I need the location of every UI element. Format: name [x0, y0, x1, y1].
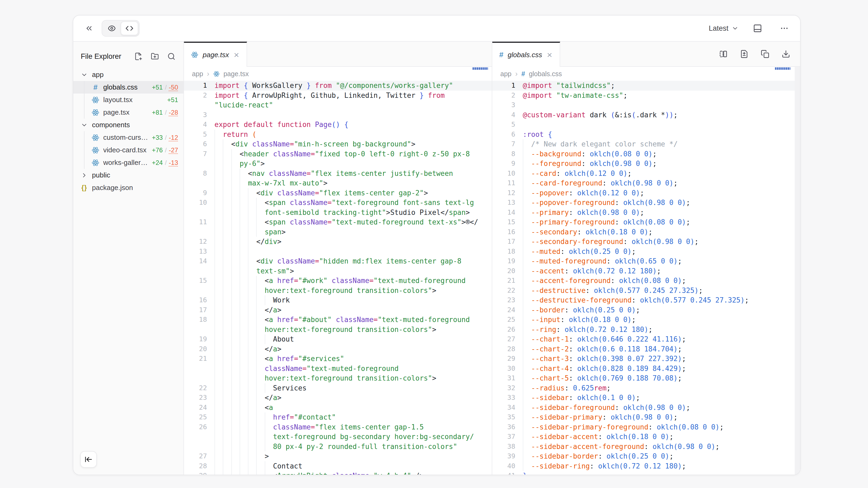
- download-button[interactable]: [781, 50, 790, 59]
- code-line[interactable]: 19--muted-foreground: oklch(0.65 0 0);: [492, 256, 800, 266]
- file-row-custom-curs-[interactable]: custom-curs…+33/-12: [73, 131, 183, 144]
- code-line[interactable]: font-semibold tracking-tight">Studio Pix…: [184, 208, 492, 218]
- code-line[interactable]: 25--input: oklch(0.18 0 0);: [492, 315, 800, 325]
- code-line[interactable]: 6:root {: [492, 130, 800, 139]
- code-line[interactable]: className="text-muted-foreground: [184, 364, 492, 373]
- code-line[interactable]: 11<span className="text-muted-foreground…: [184, 217, 492, 227]
- code-line[interactable]: 20</a>: [184, 344, 492, 354]
- preview-toggle-button[interactable]: [103, 21, 121, 35]
- code-line[interactable]: 7/* New dark elegant color scheme */: [492, 139, 800, 149]
- code-line[interactable]: 32--radius: 0.625rem;: [492, 383, 800, 393]
- new-file-button[interactable]: [134, 52, 143, 61]
- code-line[interactable]: 4export default function Page() {: [184, 120, 492, 130]
- code-line[interactable]: 26className="flex items-center gap-1.5: [184, 422, 492, 432]
- code-line[interactable]: 1@import "tailwindcss";: [492, 81, 800, 91]
- code-line[interactable]: hover:text-foreground transition-colors"…: [184, 373, 492, 383]
- code-line[interactable]: 41}: [492, 471, 800, 475]
- close-tab-button[interactable]: ×: [233, 50, 240, 59]
- code-line[interactable]: 28Contact: [184, 461, 492, 471]
- breadcrumb-file[interactable]: page.tsx: [223, 70, 249, 78]
- code-line[interactable]: 13--popover-foreground: oklch(0.98 0 0);: [492, 198, 800, 208]
- code-line[interactable]: 18<a href="#about" className="text-muted…: [184, 315, 492, 325]
- tab-page-tsx[interactable]: page.tsx ×: [184, 42, 247, 67]
- code-line[interactable]: 3: [492, 100, 800, 110]
- code-line[interactable]: 24--border: oklch(0.25 0 0);: [492, 305, 800, 315]
- code-line[interactable]: max-w-7xl mx-auto">: [184, 178, 492, 188]
- more-options-button[interactable]: [777, 21, 792, 36]
- code-line[interactable]: 36--sidebar-primary-foreground: oklch(0.…: [492, 422, 800, 432]
- code-line[interactable]: 29--chart-3: oklch(0.398 0.07 227.392);: [492, 354, 800, 364]
- code-line[interactable]: 12--popover: oklch(0.12 0 0);: [492, 188, 800, 198]
- code-line[interactable]: 14<div className="hidden md:flex items-c…: [184, 256, 492, 266]
- code-line[interactable]: 39--sidebar-border: oklch(0.25 0 0);: [492, 451, 800, 461]
- code-line[interactable]: 35--sidebar-primary: oklch(0.98 0 0);: [492, 412, 800, 422]
- code-line[interactable]: 8<nav className="flex items-center justi…: [184, 169, 492, 178]
- folder-row-components[interactable]: components: [73, 119, 183, 131]
- version-picker[interactable]: Latest: [709, 24, 739, 33]
- code-line[interactable]: 5: [492, 120, 800, 130]
- breadcrumb-root[interactable]: app: [500, 70, 512, 78]
- tab-globals-css[interactable]: # globals.css ×: [492, 42, 560, 67]
- breadcrumb-file[interactable]: globals.css: [529, 70, 562, 78]
- file-diff-button[interactable]: [740, 50, 749, 59]
- breadcrumb-root[interactable]: app: [192, 70, 203, 78]
- code-line[interactable]: 15--primary-foreground: oklch(0.08 0 0);: [492, 217, 800, 227]
- code-line[interactable]: 80 px-4 py-2 rounded-full transition-col…: [184, 442, 492, 452]
- code-line[interactable]: 6<div className="min-h-screen bg-backgro…: [184, 139, 492, 149]
- file-row-globals.css[interactable]: #globals.css+51/-50: [73, 81, 183, 94]
- code-line[interactable]: 37--sidebar-accent: oklch(0.18 0 0);: [492, 432, 800, 442]
- code-line[interactable]: 27--chart-1: oklch(0.646 0.222 41.116);: [492, 334, 800, 344]
- code-line[interactable]: 9<div className="flex items-center gap-2…: [184, 188, 492, 198]
- code-line[interactable]: 21--accent-foreground: oklch(0.08 0 0);: [492, 276, 800, 286]
- code-line[interactable]: 38--sidebar-accent-foreground: oklch(0.9…: [492, 442, 800, 452]
- code-line[interactable]: 8--background: oklch(0.08 0 0);: [492, 149, 800, 159]
- code-line[interactable]: 14--primary: oklch(0.98 0 0);: [492, 208, 800, 218]
- code-line[interactable]: 24<a: [184, 403, 492, 413]
- code-line[interactable]: 13: [184, 247, 492, 257]
- code-line[interactable]: span>: [184, 227, 492, 237]
- code-line[interactable]: 25href="#contact": [184, 412, 492, 422]
- code-line[interactable]: 17--secondary-foreground: oklch(0.98 0 0…: [492, 237, 800, 247]
- code-line[interactable]: text-foreground bg-secondary hover:bg-se…: [184, 432, 492, 442]
- close-tab-button[interactable]: ×: [546, 50, 553, 59]
- new-folder-button[interactable]: [150, 52, 159, 61]
- code-line[interactable]: 5return (: [184, 130, 492, 139]
- code-line[interactable]: 31--chart-5: oklch(0.769 0.188 70.08);: [492, 373, 800, 383]
- copy-button[interactable]: [761, 50, 770, 59]
- scrollbar-track[interactable]: [795, 67, 800, 475]
- file-row-works-galler-[interactable]: works-galler…+24/-13: [73, 156, 183, 169]
- collapse-sidebar-button[interactable]: [80, 451, 97, 468]
- code-line[interactable]: 11--card-foreground: oklch(0.98 0 0);: [492, 178, 800, 188]
- code-toggle-button[interactable]: [121, 21, 138, 35]
- code-line[interactable]: 23</a>: [184, 393, 492, 403]
- file-row-video-card.tsx[interactable]: video-card.tsx+76/-27: [73, 144, 183, 156]
- panel-layout-button[interactable]: [750, 21, 765, 36]
- code-line[interactable]: 2@import "tw-animate-css";: [492, 91, 800, 100]
- code-line[interactable]: 23--destructive-foreground: oklch(0.577 …: [492, 295, 800, 305]
- collapse-chat-button[interactable]: [81, 21, 97, 36]
- code-line[interactable]: 30--chart-4: oklch(0.828 0.189 84.429);: [492, 364, 800, 373]
- code-line[interactable]: 9--foreground: oklch(0.98 0 0);: [492, 159, 800, 169]
- code-line[interactable]: 40--sidebar-ring: oklch(0.72 0.12 180);: [492, 461, 800, 471]
- file-row-page.tsx[interactable]: page.tsx+81/-28: [73, 106, 183, 119]
- code-line[interactable]: 22Services: [184, 383, 492, 393]
- code-line[interactable]: 28--chart-2: oklch(0.6 0.118 184.704);: [492, 344, 800, 354]
- split-view-button[interactable]: [719, 50, 728, 59]
- code-line[interactable]: 15<a href="#work" className="text-muted-…: [184, 276, 492, 286]
- code-line[interactable]: 29<ArrowUpRight className="w-4 h-4" />: [184, 471, 492, 475]
- code-line[interactable]: text-sm">: [184, 266, 492, 276]
- folder-row-public[interactable]: public: [73, 169, 183, 182]
- code-line[interactable]: 20--accent: oklch(0.72 0.12 180);: [492, 266, 800, 276]
- code-line[interactable]: 19About: [184, 334, 492, 344]
- code-line[interactable]: 3: [184, 110, 492, 120]
- code-line[interactable]: 27>: [184, 451, 492, 461]
- code-line[interactable]: 16Work: [184, 295, 492, 305]
- code-line[interactable]: 10--card: oklch(0.12 0 0);: [492, 169, 800, 178]
- code-line[interactable]: 12</div>: [184, 237, 492, 247]
- code-line[interactable]: hover:text-foreground transition-colors"…: [184, 286, 492, 296]
- code-left[interactable]: 1import { WorksGallery } from "@/compone…: [184, 81, 492, 475]
- code-line[interactable]: 7<header className="fixed top-0 left-0 r…: [184, 149, 492, 159]
- code-line[interactable]: "lucide-react": [184, 100, 492, 110]
- code-line[interactable]: 4@custom-variant dark (&:is(.dark *));: [492, 110, 800, 120]
- code-line[interactable]: hover:text-foreground transition-colors"…: [184, 325, 492, 335]
